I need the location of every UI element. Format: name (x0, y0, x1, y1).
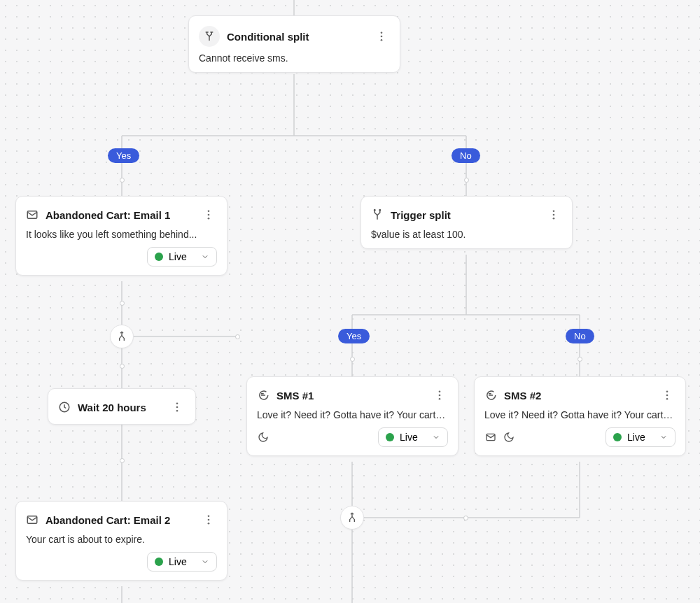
status-selector[interactable]: Live (606, 427, 676, 447)
node-conditional-split[interactable]: Conditional split Cannot receive sms. (188, 15, 400, 73)
svg-point-29 (176, 402, 178, 404)
status-label: Live (169, 251, 187, 262)
more-button[interactable] (200, 511, 217, 528)
node-title: Wait 20 hours (78, 402, 162, 413)
svg-point-24 (379, 210, 381, 211)
node-description: $value is at least 100. (371, 229, 562, 240)
chevron-down-icon (201, 253, 209, 261)
connector-endpoint (120, 178, 125, 183)
connector-endpoint (235, 334, 240, 339)
sms-icon (484, 389, 497, 402)
svg-point-34 (439, 398, 441, 400)
status-label: Live (400, 432, 418, 443)
svg-point-18 (381, 39, 383, 41)
more-button[interactable] (169, 399, 186, 416)
svg-point-27 (553, 218, 555, 220)
node-description: Love it? Need it? Gotta have it? Your ca… (257, 409, 448, 420)
quiet-hours-icon (257, 431, 270, 444)
clock-icon (58, 401, 71, 413)
svg-point-35 (666, 390, 668, 392)
svg-point-33 (439, 395, 441, 397)
branch-label-no-2: No (566, 329, 594, 343)
node-sms-2[interactable]: SMS #2 Love it? Need it? Gotta have it? … (474, 376, 686, 456)
node-email-1[interactable]: Abandoned Cart: Email 1 It looks like yo… (15, 196, 227, 276)
node-title: Trigger split (391, 209, 538, 221)
branch-label-yes-2: Yes (338, 329, 370, 343)
merge-icon (116, 331, 127, 342)
mail-icon (26, 208, 38, 221)
trigger-split-icon (371, 208, 384, 221)
mail-small-icon (484, 431, 497, 444)
node-email-2[interactable]: Abandoned Cart: Email 2 Your cart is abo… (15, 501, 227, 581)
chevron-down-icon (201, 558, 209, 566)
svg-point-31 (176, 410, 178, 412)
svg-point-37 (666, 398, 668, 400)
more-button[interactable] (200, 206, 217, 223)
node-title: Abandoned Cart: Email 1 (46, 209, 193, 221)
svg-point-25 (553, 210, 555, 212)
branch-label-no-1: No (451, 148, 480, 163)
node-description: Your cart is about to expire. (26, 534, 217, 545)
svg-point-17 (381, 36, 383, 38)
svg-point-23 (374, 210, 376, 211)
node-description: It looks like you left something behind.… (26, 229, 217, 240)
status-selector[interactable]: Live (378, 427, 448, 447)
more-button[interactable] (431, 387, 448, 404)
node-wait[interactable]: Wait 20 hours (48, 388, 196, 425)
connector-endpoint (463, 516, 468, 520)
connector-endpoint (464, 178, 469, 183)
connector-endpoint (120, 364, 125, 369)
connector-endpoint (578, 357, 582, 362)
branch-label-yes-1: Yes (108, 148, 139, 163)
node-description: Cannot receive sms. (199, 52, 390, 64)
mail-icon (26, 513, 38, 526)
more-vertical-icon (202, 513, 215, 526)
more-button[interactable] (545, 206, 562, 223)
more-vertical-icon (661, 389, 673, 402)
chevron-down-icon (659, 433, 668, 441)
node-title: SMS #1 (276, 390, 424, 402)
more-vertical-icon (433, 389, 446, 402)
node-description: Love it? Need it? Gotta have it? Your ca… (484, 409, 676, 420)
connector-endpoint (120, 458, 125, 463)
split-icon (199, 26, 220, 47)
merge-icon (346, 512, 358, 523)
svg-point-30 (176, 406, 178, 409)
svg-point-42 (208, 523, 210, 525)
status-label: Live (627, 432, 645, 443)
more-vertical-icon (547, 208, 560, 221)
more-vertical-icon (202, 208, 215, 221)
sms-icon (257, 389, 270, 402)
svg-point-22 (208, 218, 210, 220)
status-label: Live (169, 556, 187, 567)
status-dot-icon (386, 433, 394, 441)
svg-point-21 (208, 214, 210, 216)
svg-point-41 (208, 519, 210, 521)
status-selector[interactable]: Live (147, 247, 217, 267)
merge-node[interactable] (110, 325, 134, 348)
more-button[interactable] (659, 387, 676, 404)
node-trigger-split[interactable]: Trigger split $value is at least 100. (360, 196, 573, 249)
node-title: Abandoned Cart: Email 2 (46, 514, 193, 526)
merge-node[interactable] (340, 506, 364, 530)
svg-point-40 (208, 515, 210, 517)
chevron-down-icon (432, 433, 440, 441)
connector-endpoint (350, 357, 355, 362)
svg-point-36 (666, 395, 668, 397)
status-dot-icon (155, 253, 163, 261)
svg-point-32 (439, 390, 441, 392)
quiet-hours-icon (503, 431, 515, 444)
status-dot-icon (155, 558, 163, 566)
more-button[interactable] (373, 28, 390, 45)
connector-endpoint (120, 301, 125, 306)
status-dot-icon (613, 433, 622, 441)
svg-point-16 (381, 31, 383, 34)
more-vertical-icon (171, 401, 183, 413)
status-selector[interactable]: Live (147, 552, 217, 572)
node-title: SMS #2 (504, 390, 652, 402)
node-sms-1[interactable]: SMS #1 Love it? Need it? Gotta have it? … (246, 376, 458, 456)
node-title: Conditional split (227, 31, 366, 43)
svg-point-20 (208, 210, 210, 212)
svg-point-26 (553, 214, 555, 216)
more-vertical-icon (375, 30, 388, 43)
